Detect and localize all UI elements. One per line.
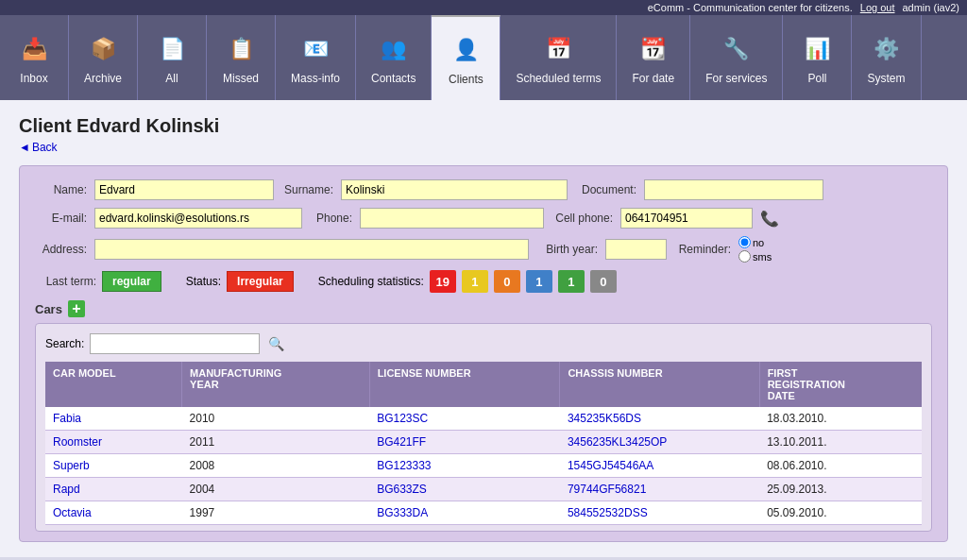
stat-badge-red: 19 [430,270,456,293]
reminder-sms-label: sms [753,251,772,263]
app-title: eComm - Communication center for citizen… [648,2,853,13]
cell-firstreg[interactable]: 25.09.2013. [759,478,922,501]
scheduling-stats-label: Scheduling statistics: [318,275,424,288]
nav-label-mass-info: Mass-info [291,72,340,85]
reminder-sms-option[interactable]: sms [738,250,772,263]
cars-search-button[interactable]: 🔍 [265,333,286,354]
cars-search-input[interactable] [90,333,260,354]
content: Client Edvard Kolinski ◄ Back Name: Surn… [0,100,967,557]
birth-year-label: Birth year: [536,243,598,256]
logout-link[interactable]: Log out [860,2,895,13]
address-input[interactable] [94,239,529,260]
stat-badge-green: 1 [558,270,585,293]
cell-model[interactable]: Roomster [45,431,182,454]
nav-item-scheduled[interactable]: 📅Scheduled terms [500,15,617,100]
stat-badge-yellow: 1 [462,270,488,293]
phone-icon[interactable]: 📞 [760,210,779,228]
address-label: Address: [35,243,87,256]
poll-icon: 📊 [798,30,836,68]
col-chassis: Chassis Number [560,362,759,407]
nav-item-archive[interactable]: 📦Archive [69,15,138,100]
cars-section-header: Cars + [35,300,932,317]
col-license: License Number [369,362,560,407]
nav-label-archive: Archive [84,72,122,85]
cell-model[interactable]: Superb [45,454,182,478]
form-row-3: Address: Birth year: Reminder: no sms [35,236,932,263]
cell-license[interactable]: BG333DA [369,501,560,525]
cell-license[interactable]: BG633ZS [369,478,560,501]
cell-chassis[interactable]: 584552532DSS [560,501,759,525]
nav-item-forservices[interactable]: 🔧For services [690,15,783,100]
name-input[interactable] [94,179,274,200]
table-row[interactable]: Rapd 2004 BG633ZS 79744GF56821 25.09.201… [45,478,922,501]
inbox-icon: 📥 [15,30,53,68]
cell-year[interactable]: 2004 [182,478,370,501]
cell-firstreg[interactable]: 05.09.2010. [759,501,922,525]
nav-item-contacts[interactable]: 👥Contacts [356,15,432,100]
cell-license[interactable]: BG123SC [369,407,560,431]
cars-panel: Search: 🔍 Car Model ManufacturingYear Li… [35,323,932,532]
mass-info-icon: 📧 [297,30,334,68]
cell-year[interactable]: 2008 [182,454,370,478]
name-label: Name: [35,183,87,196]
nav-label-all: All [165,72,178,85]
cell-firstreg[interactable]: 18.03.2010. [759,407,922,431]
cell-chassis[interactable]: 79744GF56821 [560,478,759,501]
cell-year[interactable]: 2010 [182,407,370,431]
col-year: ManufacturingYear [182,362,370,407]
cars-title: Cars [35,302,62,316]
back-link[interactable]: ◄ Back [19,141,58,154]
cell-license[interactable]: BG123333 [369,454,560,478]
nav-label-scheduled: Scheduled terms [516,72,601,85]
cell-year[interactable]: 1997 [182,501,370,525]
nav-item-missed[interactable]: 📋Missed [207,15,276,100]
reminder-no-radio[interactable] [738,236,751,248]
nav-item-system[interactable]: ⚙️System [852,15,921,100]
document-label: Document: [575,183,636,196]
reminder-sms-radio[interactable] [738,250,751,263]
status-button[interactable]: Irregular [227,271,294,292]
phone-input[interactable] [360,208,544,229]
all-icon: 📄 [153,30,191,68]
cell-chassis[interactable]: 1545GJ54546AA [560,454,759,478]
nav-item-inbox[interactable]: 📥Inbox [0,15,69,100]
archive-icon: 📦 [84,30,122,68]
status-label: Status: [186,275,221,288]
add-car-button[interactable]: + [68,300,85,317]
cell-chassis[interactable]: 345235K56DS [560,407,759,431]
cell-model[interactable]: Fabia [45,407,182,431]
nav-item-clients[interactable]: 👤Clients [432,15,500,100]
table-row[interactable]: Roomster 2011 BG421FF 3456235KL3425OP 13… [45,431,922,454]
cell-firstreg[interactable]: 08.06.2010. [759,454,922,478]
nav-label-clients: Clients [449,73,484,86]
birth-year-input[interactable] [605,239,667,260]
email-input[interactable] [94,208,302,229]
search-label: Search: [45,337,84,350]
cell-phone-input[interactable] [620,208,753,229]
table-row[interactable]: Octavia 1997 BG333DA 584552532DSS 05.09.… [45,501,922,525]
cell-chassis[interactable]: 3456235KL3425OP [560,431,759,454]
table-row[interactable]: Fabia 2010 BG123SC 345235K56DS 18.03.201… [45,407,922,431]
scheduled-icon: 📅 [539,30,577,68]
cell-license[interactable]: BG421FF [369,431,560,454]
cell-model[interactable]: Octavia [45,501,182,525]
stat-badge-blue: 1 [526,270,552,293]
cell-firstreg[interactable]: 13.10.2011. [759,431,922,454]
nav-item-fordate[interactable]: 📆For date [617,15,690,100]
surname-input[interactable] [341,179,568,200]
nav-item-mass-info[interactable]: 📧Mass-info [276,15,356,100]
table-row[interactable]: Superb 2008 BG123333 1545GJ54546AA 08.06… [45,454,922,478]
contacts-icon: 👥 [375,30,413,68]
cell-phone-label: Cell phone: [551,212,613,225]
reminder-no-label: no [753,237,764,248]
nav-item-all[interactable]: 📄All [138,15,207,100]
form-row-1: Name: Surname: Document: [35,179,932,200]
cell-model[interactable]: Rapd [45,478,182,501]
navbar: 📥Inbox📦Archive📄All📋Missed📧Mass-info👥Cont… [0,15,967,100]
document-input[interactable] [644,179,823,200]
reminder-no-option[interactable]: no [738,236,772,248]
nav-item-poll[interactable]: 📊Poll [783,15,852,100]
cars-table-header-row: Car Model ManufacturingYear License Numb… [45,362,922,407]
cell-year[interactable]: 2011 [182,431,370,454]
last-term-button[interactable]: regular [102,271,161,292]
